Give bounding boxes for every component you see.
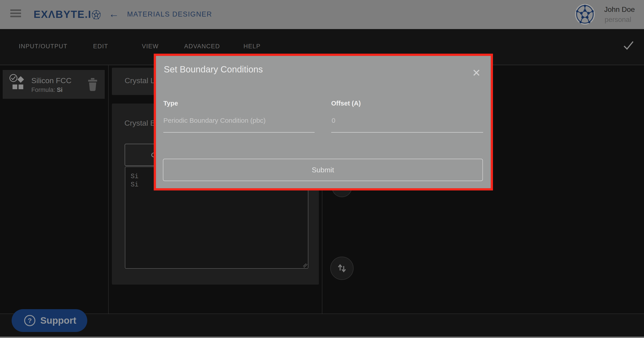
material-check-icon xyxy=(10,74,25,90)
logo-text: EXΛBYTE.I xyxy=(34,8,91,20)
material-list-item[interactable]: Silicon FCC Formula: Si xyxy=(3,70,105,99)
offset-input[interactable]: 0 xyxy=(332,117,336,124)
material-formula: Formula: Si xyxy=(31,86,63,93)
user-name: John Doe xyxy=(604,5,635,14)
avatar-fullerene-icon xyxy=(576,4,594,24)
support-label: Support xyxy=(40,315,76,326)
help-question-icon xyxy=(24,315,35,326)
submit-button[interactable]: Submit xyxy=(163,159,483,181)
highlight-annotation-box: Set Boundary Conditions Type Offset (A) … xyxy=(154,54,493,190)
app-root: EXΛBYTE.I MATERIALS DESIGNER xyxy=(0,0,644,338)
menu-item-advanced[interactable]: ADVANCED xyxy=(184,43,220,50)
back-arrow-icon[interactable] xyxy=(109,7,119,20)
material-name: Silicon FCC xyxy=(31,76,72,85)
menu-item-help[interactable]: HELP xyxy=(244,43,261,50)
save-check-icon[interactable] xyxy=(623,41,634,50)
bottom-bar xyxy=(0,314,644,338)
offset-field-label: Offset (A) xyxy=(331,100,361,107)
close-icon[interactable] xyxy=(470,67,483,79)
menu-item-input-output[interactable]: INPUT/OUTPUT xyxy=(19,43,68,50)
offset-underline xyxy=(331,132,483,133)
formula-value: Si xyxy=(57,86,63,93)
sidebar-divider xyxy=(108,65,108,314)
type-underline xyxy=(163,132,314,133)
menu-item-view[interactable]: VIEW xyxy=(142,43,159,50)
bottom-overlay-strip xyxy=(0,337,644,338)
formula-label: Formula: xyxy=(31,86,57,93)
type-select[interactable]: Periodic Boundary Condition (pbc) xyxy=(163,117,266,124)
boundary-conditions-dialog: Set Boundary Conditions Type Offset (A) … xyxy=(156,56,491,188)
user-avatar[interactable] xyxy=(575,4,595,24)
swap-axes-button[interactable] xyxy=(330,257,354,280)
exabyte-logo[interactable]: EXΛBYTE.I xyxy=(34,8,101,20)
fullerene-icon xyxy=(92,10,101,19)
dialog-title: Set Boundary Conditions xyxy=(164,64,263,74)
type-field-label: Type xyxy=(163,100,178,107)
user-account: personal xyxy=(604,16,631,24)
delete-trash-icon[interactable] xyxy=(87,78,98,91)
swap-vertical-icon xyxy=(336,263,347,274)
menu-item-edit[interactable]: EDIT xyxy=(93,43,108,50)
support-button[interactable]: Support xyxy=(12,309,87,332)
top-app-bar: EXΛBYTE.I MATERIALS DESIGNER xyxy=(0,0,644,29)
page-title: MATERIALS DESIGNER xyxy=(127,10,212,18)
hamburger-menu-icon[interactable] xyxy=(10,9,21,19)
